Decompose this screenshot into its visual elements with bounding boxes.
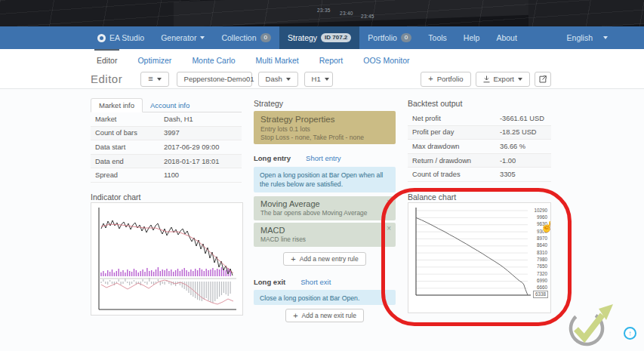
nav-item-label: About	[496, 33, 516, 42]
nav-item-generator[interactable]: Generator	[153, 26, 213, 49]
strategy-properties-title: Strategy Properties	[260, 115, 389, 124]
table-row: Profit per day-18.25 USD	[408, 126, 551, 140]
backtest-output-table: Net profit-3661.61 USDProfit per day-18.…	[408, 112, 551, 182]
table-row: Net profit-3661.61 USD	[408, 112, 551, 126]
tab-long-entry[interactable]: Long entry	[254, 154, 291, 162]
balance-axes	[416, 208, 531, 295]
language-menu[interactable]: English	[567, 26, 608, 49]
nav-item-label: Collection	[221, 33, 256, 42]
nav-item-label: Generator	[161, 33, 196, 42]
exit-note: Close a long position at Bar Open.	[254, 290, 396, 305]
nav-item-label: Tools	[428, 33, 447, 42]
background-video-strip: 23:35 23:40 23:45	[0, 0, 644, 26]
strategy-properties-panel[interactable]: Strategy Properties Entry lots 0.1 lots …	[254, 111, 396, 144]
accessibility-button[interactable]: ↑	[624, 327, 636, 340]
add-exit-rule-label: Add a new exit rule	[302, 312, 356, 319]
nav-item-collection[interactable]: Collection0	[213, 26, 279, 49]
export-button[interactable]: Export	[476, 72, 530, 87]
tab-short-exit[interactable]: Short exit	[300, 278, 331, 286]
nav-badge: ID 707.2	[321, 33, 351, 42]
rule-name: Moving Average	[260, 199, 389, 208]
editor-toolbar: Editor ≡ Pepperstone-Demo01 Dash H1 + Po…	[0, 69, 644, 89]
nav-item-ea-studio[interactable]: EA Studio	[89, 26, 153, 49]
strategy-subnav: EditorOptimizerMonte CarloMulti MarketRe…	[0, 49, 644, 69]
export-button-label: Export	[494, 75, 514, 83]
caret-down-icon	[518, 78, 522, 81]
rule-moving-average[interactable]: × Moving Average The bar opens above Mov…	[254, 196, 396, 220]
caret-down-icon	[157, 78, 162, 81]
table-row: MarketDash, H1	[91, 112, 242, 127]
timeframe-select[interactable]: H1	[304, 72, 333, 87]
row-label: Data start	[91, 143, 162, 151]
row-label: Data end	[91, 158, 162, 165]
timeframe-select-value: H1	[312, 75, 321, 83]
ea-studio-logo-icon	[97, 34, 106, 42]
nav-item-tools[interactable]: Tools	[420, 26, 455, 49]
volume-bars	[101, 267, 230, 276]
cursor-hand: ☝	[540, 220, 555, 233]
tab-short-entry[interactable]: Short entry	[306, 154, 340, 162]
tab-editor[interactable]: Editor	[97, 54, 117, 65]
balance-chart-title: Balance chart	[408, 192, 456, 202]
row-value: Dash, H1	[162, 115, 193, 123]
tab-monte-carlo[interactable]: Monte Carlo	[192, 54, 235, 65]
nav-item-help[interactable]: Help	[455, 26, 488, 49]
tab-optimizer[interactable]: Optimizer	[137, 54, 171, 65]
add-entry-rule-label: Add a new entry rule	[300, 255, 359, 263]
table-row: Return / drawdown-1.00	[408, 154, 551, 168]
tab-market-info[interactable]: Market info	[91, 98, 143, 112]
entry-tabs: Long entry Short entry	[254, 154, 341, 162]
close-icon[interactable]: ×	[387, 198, 391, 206]
caret-down-icon	[325, 78, 329, 81]
plus-icon: +	[293, 312, 297, 320]
rule-description: MACD line rises	[260, 236, 389, 243]
close-icon[interactable]: ×	[387, 224, 391, 232]
add-entry-rule-button[interactable]: + Add a new entry rule	[283, 252, 365, 266]
row-label: Profit per day	[408, 128, 498, 136]
account-select[interactable]: Pepperstone-Demo01	[177, 72, 252, 87]
row-label: Market	[91, 115, 162, 123]
nav-item-portfolio[interactable]: Portfolio0	[359, 26, 420, 49]
language-label: English	[567, 33, 593, 42]
row-value: 36.66 %	[498, 143, 525, 150]
checkmark-arrow-logo	[566, 303, 616, 349]
nav-item-strategy[interactable]: StrategyID 707.2	[279, 26, 359, 49]
account-select-value: Pepperstone-Demo01	[184, 75, 254, 83]
row-label: Spread	[91, 171, 162, 179]
exit-tabs: Long exit Short exit	[254, 278, 331, 286]
download-icon	[483, 75, 490, 83]
row-value: 1100	[162, 171, 179, 179]
row-value: -1.00	[498, 157, 516, 165]
tab-account-info[interactable]: Account info	[143, 99, 197, 112]
strategy-properties-line: Stop Loss - none, Take Profit - none	[260, 134, 389, 142]
tab-long-exit[interactable]: Long exit	[254, 278, 285, 286]
rule-macd[interactable]: × MACD MACD line rises	[254, 223, 396, 247]
tab-report[interactable]: Report	[319, 54, 344, 65]
current-balance-label: 6338	[533, 291, 548, 298]
nav-badge: 0	[401, 33, 411, 42]
tab-multi-market[interactable]: Multi Market	[256, 54, 299, 65]
portfolio-button[interactable]: + Portfolio	[421, 72, 470, 87]
toolbar-right-group: + Portfolio Export	[421, 72, 551, 87]
entry-note: Open a long position at Bar Open when al…	[254, 167, 396, 192]
tab-oos-monitor[interactable]: OOS Monitor	[363, 54, 409, 65]
backtest-output-title: Backtest output	[408, 99, 462, 108]
layout-menu-button[interactable]: ≡	[140, 72, 168, 87]
nav-item-label: Portfolio	[368, 33, 397, 42]
row-label: Max drawdown	[408, 143, 498, 150]
symbol-select[interactable]: Dash	[258, 72, 298, 87]
market-info-table: MarketDash, H1Count of bars3997Data star…	[91, 112, 242, 183]
menu-icon: ≡	[148, 75, 153, 83]
row-value: 3305	[498, 171, 516, 178]
table-row: Count of trades3305	[408, 168, 551, 182]
row-label: Count of trades	[408, 171, 498, 178]
rule-name: MACD	[260, 226, 389, 235]
table-row: Max drawdown36.66 %	[408, 140, 551, 154]
nav-item-about[interactable]: About	[488, 26, 525, 49]
balance-chart[interactable]: 1029099609630930089708640831079807650732…	[408, 202, 551, 313]
add-exit-rule-button[interactable]: + Add a new exit rule	[285, 309, 364, 322]
open-external-button[interactable]	[535, 72, 551, 87]
table-row: Data end2018-01-17 18:01	[91, 155, 242, 169]
row-label: Return / drawdown	[408, 157, 498, 165]
balance-line	[416, 217, 528, 295]
